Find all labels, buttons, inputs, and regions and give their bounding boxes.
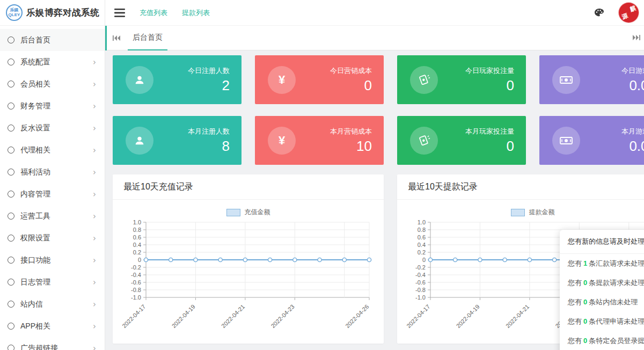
stat-card-meta: 本月游戏总0.00: [621, 127, 644, 155]
sidebar-item-0[interactable]: 后台首页: [0, 29, 105, 51]
data-point[interactable]: [342, 258, 346, 261]
sidebar-item-9[interactable]: 权限设置›: [0, 227, 105, 249]
legend-swatch-icon: [226, 209, 240, 216]
stat-card-label: 本月营销成本: [330, 127, 372, 136]
notification-post: 条站内信未处理: [589, 298, 638, 306]
svg-text:2022-04-19: 2022-04-19: [171, 303, 196, 329]
data-point[interactable]: [428, 258, 432, 261]
stat-card-label: 今日游戏总: [621, 66, 644, 76]
stat-card-meta: 今日游戏总0.00: [621, 66, 644, 94]
sidebar-item-label: 财务管理: [20, 101, 50, 111]
tabbar: 后台首页: [105, 26, 644, 50]
sidebar-item-7[interactable]: 内容管理›: [0, 183, 105, 205]
sidebar-item-label: 系统配置: [20, 57, 50, 67]
sidebar-item-1[interactable]: 系统配置›: [0, 51, 105, 73]
notification-item-0[interactable]: 您有1条汇款请求未处理: [560, 254, 644, 273]
svg-text:0.8: 0.8: [418, 227, 426, 233]
logo-badge-bottom: QLEY: [9, 13, 20, 18]
stat-card-0: 今日注册人数2: [113, 55, 241, 104]
user-icon: [126, 66, 153, 94]
data-point[interactable]: [218, 258, 222, 261]
chart-legend[interactable]: 充值金额: [113, 200, 384, 217]
hamburger-icon[interactable]: [114, 9, 125, 17]
data-point[interactable]: [367, 258, 371, 261]
svg-text:0.2: 0.2: [133, 249, 141, 256]
sidebar-item-3[interactable]: 财务管理›: [0, 95, 105, 117]
sidebar-item-11[interactable]: 日志管理›: [0, 271, 105, 293]
stat-card-meta: 本月玩家投注量0: [465, 127, 514, 155]
notification-post: 条特定会员登录提醒: [589, 337, 644, 345]
menu-ring-icon: [8, 147, 14, 154]
data-point[interactable]: [144, 258, 148, 261]
svg-text:2022-04-21: 2022-04-21: [504, 303, 530, 329]
data-point[interactable]: [243, 258, 247, 261]
svg-text:0.6: 0.6: [133, 234, 141, 240]
notification-count: 0: [582, 279, 589, 287]
chevron-right-icon: ›: [93, 101, 96, 111]
svg-text:1.0: 1.0: [418, 219, 426, 225]
topbar-link-recharge-list[interactable]: 充值列表: [140, 8, 167, 18]
notification-item-3[interactable]: 您有0条代理申请未处理: [560, 312, 644, 331]
menu-ring-icon: [8, 125, 14, 132]
sidebar-item-14[interactable]: 广告超链接›: [0, 337, 105, 350]
stat-card-meta: 本月注册人数8: [188, 127, 230, 155]
menu-ring-icon: [8, 257, 14, 264]
avatar-seal-char-2: 源: [621, 12, 629, 21]
notification-header: 您有新的信息请及时处理: [560, 230, 644, 254]
svg-text:2022-04-17: 2022-04-17: [405, 303, 431, 329]
sidebar-item-label: 运营工具: [20, 212, 50, 221]
sidebar-item-6[interactable]: 福利活动›: [0, 161, 105, 183]
data-point[interactable]: [293, 258, 297, 261]
svg-text:0.4: 0.4: [133, 242, 141, 248]
sidebar-item-4[interactable]: 反水设置›: [0, 117, 105, 139]
menu-ring-icon: [8, 169, 14, 176]
sidebar-item-label: 会员相关: [20, 79, 50, 89]
notification-item-2[interactable]: 您有0条站内信未处理: [560, 293, 644, 312]
svg-text:1.0: 1.0: [133, 219, 141, 225]
stat-card-label: 本月游戏总: [621, 127, 644, 136]
svg-text:-0.2: -0.2: [131, 264, 141, 271]
data-point[interactable]: [453, 258, 457, 261]
menu-ring-icon: [8, 345, 14, 350]
sidebar-menu: 后台首页系统配置›会员相关›财务管理›反水设置›代理相关›福利活动›内容管理›运…: [0, 26, 105, 350]
data-point[interactable]: [478, 258, 482, 261]
data-point[interactable]: [553, 258, 557, 261]
notification-list: 您有1条汇款请求未处理您有0条提款请求未处理您有0条站内信未处理您有0条代理申请…: [560, 254, 644, 350]
topbar-link-withdraw-list[interactable]: 提款列表: [182, 8, 210, 18]
svg-text:2022-04-17: 2022-04-17: [121, 303, 147, 329]
data-point[interactable]: [528, 258, 531, 261]
notification-pre: 您有: [568, 259, 582, 267]
data-point[interactable]: [318, 258, 321, 261]
chart-legend[interactable]: 提款金额: [397, 200, 644, 217]
sidebar-item-8[interactable]: 运营工具›: [0, 205, 105, 227]
stat-card-label: 本月玩家投注量: [465, 127, 514, 136]
sidebar-item-12[interactable]: 站内信›: [0, 293, 105, 315]
brand-logo: 乐娱 QLEY 乐娱博弈对战系统: [0, 0, 105, 26]
yen-glyph: ¥: [279, 134, 285, 148]
tab-dashboard-home[interactable]: 后台首页: [128, 26, 167, 50]
data-point[interactable]: [268, 258, 272, 261]
menu-ring-icon: [8, 191, 14, 198]
data-point[interactable]: [169, 258, 173, 261]
notification-count: 0: [582, 317, 589, 325]
menu-ring-icon: [8, 279, 14, 286]
notification-item-4[interactable]: 您有0条特定会员登录提醒: [560, 331, 644, 350]
sidebar-item-10[interactable]: 接口功能›: [0, 249, 105, 271]
sidebar-item-5[interactable]: 代理相关›: [0, 139, 105, 161]
chevron-right-icon: ›: [93, 145, 96, 155]
sidebar-item-label: 站内信: [20, 300, 43, 309]
legend-swatch-icon: [511, 209, 525, 216]
menu-ring-icon: [8, 213, 14, 220]
chevron-right-icon: ›: [93, 256, 96, 265]
user-avatar[interactable]: 麒 源: [619, 3, 639, 23]
tabs-scroll-right-icon[interactable]: [633, 34, 640, 41]
data-point[interactable]: [503, 258, 507, 261]
sidebar-item-label: APP相关: [20, 322, 50, 331]
sidebar-item-2[interactable]: 会员相关›: [0, 73, 105, 95]
admin-dashboard: 乐娱 QLEY 乐娱博弈对战系统 后台首页系统配置›会员相关›财务管理›反水设置…: [0, 0, 644, 350]
sidebar-item-13[interactable]: APP相关›: [0, 315, 105, 337]
data-point[interactable]: [194, 258, 197, 261]
notification-item-1[interactable]: 您有0条提款请求未处理: [560, 273, 644, 293]
tabs-scroll-left-icon[interactable]: [113, 35, 120, 41]
theme-palette-icon[interactable]: [595, 9, 604, 17]
